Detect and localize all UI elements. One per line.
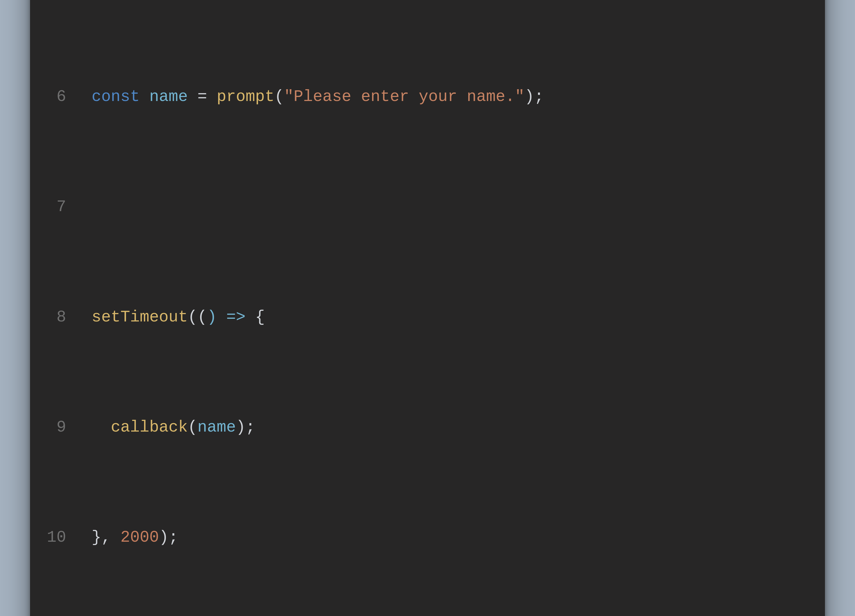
page-background: 1 function greeting(name) { 2 alert(`Hel… [0, 0, 855, 616]
code-content: const name = prompt("Please enter your n… [72, 83, 544, 111]
code-content: setTimeout(() => { [72, 304, 265, 331]
code-block: 1 function greeting(name) { 2 alert(`Hel… [46, 0, 809, 616]
line-number: 9 [46, 414, 72, 441]
code-line: 6 const name = prompt("Please enter your… [46, 83, 809, 111]
line-number: 7 [46, 193, 72, 221]
code-line: 8 setTimeout(() => { [46, 304, 809, 331]
code-line: 9 callback(name); [46, 414, 809, 441]
line-number: 5 [46, 0, 72, 0]
code-content: function processUserInput(callback) { [72, 0, 428, 0]
line-number: 6 [46, 83, 72, 111]
code-content: callback(name); [72, 414, 255, 441]
code-line: 10 }, 2000); [46, 524, 809, 552]
code-editor-window: 1 function greeting(name) { 2 alert(`Hel… [30, 0, 825, 616]
code-content: }, 2000); [72, 524, 178, 552]
code-line: 7 [46, 193, 809, 221]
code-line: 5 function processUserInput(callback) { [46, 0, 809, 0]
line-number: 10 [46, 524, 72, 552]
line-number: 8 [46, 304, 72, 331]
